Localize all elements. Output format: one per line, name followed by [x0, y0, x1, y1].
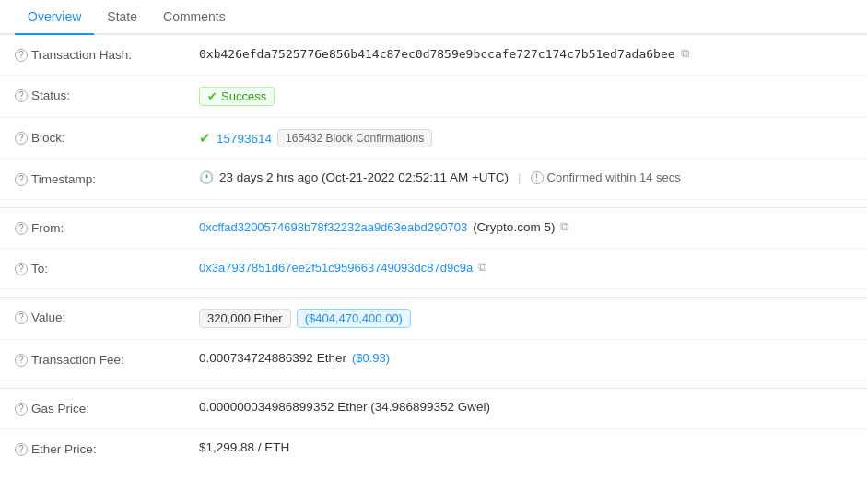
timestamp-value: 🕐23 days 2 hrs ago (Oct-21-2022 02:52:11…: [199, 170, 681, 184]
to-address-link[interactable]: 0x3a7937851d67ee2f51c959663749093dc87d9c…: [199, 261, 473, 275]
row-ether-price: ?Ether Price:$1,299.88 / ETH: [0, 429, 867, 470]
tabs-container: OverviewStateComments: [0, 0, 867, 35]
label-tx-hash: ?Transaction Hash:: [15, 46, 199, 62]
status-text: Success: [221, 89, 266, 103]
label-gas-price: ?Gas Price:: [15, 400, 199, 416]
ether-value-badge: 320,000 Ether: [199, 309, 291, 328]
ether-price-value: $1,299.88 / ETH: [199, 440, 289, 454]
row-to: ?To:0x3a7937851d67ee2f51c959663749093dc8…: [0, 249, 867, 289]
value-from: 0xcffad3200574698b78f32232aa9d63eabd2907…: [199, 219, 852, 234]
help-icon[interactable]: ?: [15, 49, 28, 62]
label-text-status: Status:: [31, 88, 70, 102]
divider-divider1: [0, 200, 867, 208]
label-text-value: Value:: [31, 311, 65, 324]
value-ether-price: $1,299.88 / ETH: [199, 440, 852, 454]
label-timestamp: ?Timestamp:: [15, 170, 199, 186]
block-number-link[interactable]: 15793614: [217, 132, 272, 146]
help-icon[interactable]: ?: [15, 443, 28, 456]
label-tx-fee: ?Transaction Fee:: [15, 351, 199, 367]
help-icon[interactable]: ?: [15, 222, 28, 235]
help-icon[interactable]: ?: [15, 311, 28, 324]
timestamp-text: 23 days 2 hrs ago (Oct-21-2022 02:52:11 …: [219, 170, 509, 184]
block-check-icon: ✔: [199, 130, 211, 147]
from-address-link[interactable]: 0xcffad3200574698b78f32232aa9d63eabd2907…: [199, 220, 467, 234]
tab-state[interactable]: State: [94, 0, 150, 35]
usd-value-badge: ($404,470,400.00): [297, 309, 411, 328]
help-icon[interactable]: ?: [15, 403, 28, 416]
label-block: ?Block:: [15, 129, 199, 145]
tab-comments[interactable]: Comments: [150, 0, 239, 35]
label-text-gas-price: Gas Price:: [31, 402, 89, 416]
check-icon: ✔: [207, 89, 217, 103]
row-from: ?From:0xcffad3200574698b78f32232aa9d63ea…: [0, 208, 867, 249]
info-icon: !: [531, 171, 544, 184]
divider-divider3: [0, 381, 867, 389]
row-tx-fee: ?Transaction Fee:0.000734724886392 Ether…: [0, 340, 867, 381]
fee-ether-value: 0.000734724886392 Ether: [199, 351, 346, 365]
row-tx-hash: ?Transaction Hash:0xb426efda7525776e856b…: [0, 35, 867, 76]
value-status: ✔Success: [199, 87, 852, 106]
label-ether-price: ?Ether Price:: [15, 440, 199, 456]
value-tx-hash: 0xb426efda7525776e856b414c87ec0d7859e9bc…: [199, 46, 852, 61]
tab-bar: OverviewStateComments: [0, 0, 867, 35]
status-badge: ✔Success: [199, 87, 275, 106]
gas-price-value: 0.000000034986899352 Ether (34.986899352…: [199, 400, 490, 414]
info-section: ?Transaction Hash:0xb426efda7525776e856b…: [0, 35, 867, 470]
value-block: ✔15793614165432 Block Confirmations: [199, 129, 852, 147]
row-value: ?Value:320,000 Ether($404,470,400.00): [0, 298, 867, 340]
confirmations-badge: 165432 Block Confirmations: [277, 129, 432, 147]
copy-tx-hash-icon[interactable]: ⧉: [681, 46, 689, 61]
row-status: ?Status:✔Success: [0, 76, 867, 118]
confirmed-within-text: Confirmed within 14 secs: [547, 170, 681, 184]
divider-divider2: [0, 289, 867, 298]
label-text-to: To:: [31, 262, 48, 275]
label-from: ?From:: [15, 219, 199, 235]
clock-icon: 🕐: [199, 170, 214, 184]
timestamp-separator: |: [518, 170, 521, 184]
value-value: 320,000 Ether($404,470,400.00): [199, 309, 852, 328]
value-timestamp: 🕐23 days 2 hrs ago (Oct-21-2022 02:52:11…: [199, 170, 852, 184]
row-timestamp: ?Timestamp:🕐23 days 2 hrs ago (Oct-21-20…: [0, 159, 867, 200]
tab-overview[interactable]: Overview: [15, 0, 94, 35]
help-icon[interactable]: ?: [15, 132, 28, 145]
label-to: ?To:: [15, 260, 199, 275]
copy-to-icon[interactable]: ⧉: [478, 260, 486, 275]
from-tag: (Crypto.com 5): [473, 220, 555, 234]
help-icon[interactable]: ?: [15, 173, 28, 186]
tx-hash-value: 0xb426efda7525776e856b414c87ec0d7859e9bc…: [199, 47, 675, 61]
copy-from-icon[interactable]: ⧉: [560, 219, 568, 234]
label-text-block: Block:: [31, 131, 65, 145]
label-text-tx-hash: Transaction Hash:: [31, 48, 132, 62]
label-value: ?Value:: [15, 309, 199, 324]
help-icon[interactable]: ?: [15, 354, 28, 367]
help-icon[interactable]: ?: [15, 89, 28, 102]
label-status: ?Status:: [15, 87, 199, 102]
label-text-ether-price: Ether Price:: [31, 442, 97, 456]
value-to: 0x3a7937851d67ee2f51c959663749093dc87d9c…: [199, 260, 852, 275]
label-text-tx-fee: Transaction Fee:: [31, 353, 124, 367]
value-tx-fee: 0.000734724886392 Ether($0.93): [199, 351, 852, 365]
value-gas-price: 0.000000034986899352 Ether (34.986899352…: [199, 400, 852, 414]
label-text-timestamp: Timestamp:: [31, 172, 96, 186]
row-block: ?Block:✔15793614165432 Block Confirmatio…: [0, 118, 867, 159]
help-icon[interactable]: ?: [15, 263, 28, 275]
confirmed-text: !Confirmed within 14 secs: [531, 170, 681, 184]
row-gas-price: ?Gas Price:0.000000034986899352 Ether (3…: [0, 389, 867, 429]
fee-usd-value: ($0.93): [352, 351, 390, 365]
label-text-from: From:: [31, 221, 64, 235]
